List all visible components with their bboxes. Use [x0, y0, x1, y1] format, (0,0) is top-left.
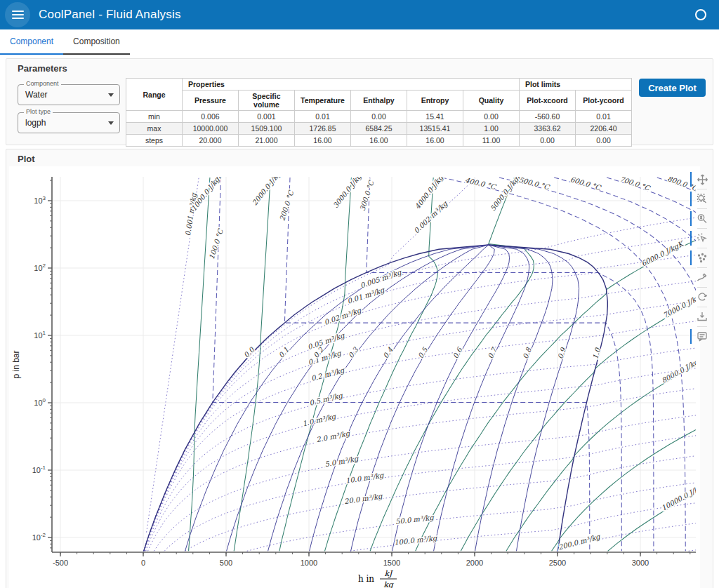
tab-bar: Component Composition	[0, 29, 719, 55]
active-tool-indicator	[690, 211, 692, 226]
table-cell[interactable]: 2206.40	[576, 123, 632, 135]
active-tool-indicator	[690, 250, 692, 265]
table-cell[interactable]: 10000.000	[183, 123, 239, 135]
parameters-title: Parameters	[18, 63, 67, 74]
table-cell[interactable]: 16.00	[407, 135, 463, 147]
table-cell[interactable]: 13515.41	[407, 123, 463, 135]
x-tick-label: 3000	[632, 559, 649, 567]
tab-component[interactable]: Component	[0, 29, 63, 55]
box-zoom-icon	[696, 193, 708, 205]
plot-title: Plot	[18, 154, 35, 164]
wheel-zoom-tool-button[interactable]	[694, 211, 710, 226]
component-select[interactable]: Component Water	[18, 84, 120, 105]
row-label: max	[126, 123, 183, 135]
table-column-header: Pressure	[183, 91, 239, 111]
row-label: min	[126, 111, 183, 123]
svg-text:kg: kg	[383, 580, 395, 588]
table-cell[interactable]: 1509.100	[239, 123, 295, 135]
pan-tool-button[interactable]	[694, 172, 710, 187]
toolbar-separator	[697, 228, 707, 229]
plot-card: Plot 0.001 m³/kg0.002 m³/kg0.005 m³/kg0.…	[6, 149, 713, 588]
table-column-header: Plot-xcoord	[520, 91, 576, 111]
table-group-header: Plot limits	[520, 79, 632, 91]
plot-type-select[interactable]: Plot type logph	[18, 112, 120, 133]
plot-type-select-value: logph	[25, 118, 46, 128]
hover-icon	[696, 330, 708, 342]
logph-diagram[interactable]: 0.001 m³/kg0.002 m³/kg0.005 m³/kg0.01 m³…	[9, 166, 700, 588]
svg-text:kJ: kJ	[384, 569, 393, 578]
box-zoom-tool-button[interactable]	[694, 192, 710, 206]
x-tick-label: 0	[141, 559, 145, 567]
active-tool-indicator	[690, 192, 692, 206]
table-row: max10000.0001509.1001726.856584.2513515.…	[126, 123, 632, 135]
x-tick-label: 1500	[383, 559, 400, 567]
table-cell[interactable]: 1726.85	[295, 123, 351, 135]
table-cell[interactable]: 0.00	[576, 135, 632, 147]
table-cell[interactable]: 20.000	[183, 135, 239, 147]
active-tool-indicator	[690, 329, 692, 344]
y-axis-title: p in bar	[11, 350, 21, 378]
table-cell[interactable]: 0.00	[520, 135, 576, 147]
active-tool-indicator	[690, 172, 692, 187]
component-select-label: Component	[24, 80, 61, 87]
tap-select-icon	[696, 232, 708, 244]
component-select-value: Water	[25, 90, 48, 100]
hamburger-menu-button[interactable]	[5, 2, 30, 27]
toolbar-separator	[697, 267, 707, 268]
table-row: min0.0060.0010.010.0015.410.00-560.600.0…	[126, 111, 632, 123]
table-cell[interactable]: 11.00	[463, 135, 520, 147]
tab-composition[interactable]: Composition	[63, 29, 130, 55]
table-cell[interactable]: 16.00	[351, 135, 407, 147]
wheel-zoom-icon	[696, 213, 708, 225]
x-tick-label: 2000	[466, 559, 483, 567]
table-column-header: Quality	[463, 91, 520, 111]
app-title: CoolPanel - Fluid Analysis	[39, 8, 181, 22]
table-row: steps20.00021.00016.0016.0016.0011.000.0…	[126, 135, 632, 147]
table-cell[interactable]: 21.000	[239, 135, 295, 147]
table-cell[interactable]: 0.00	[351, 111, 407, 123]
hover-tool-button[interactable]	[694, 329, 710, 344]
table-cell[interactable]: 15.41	[407, 111, 463, 123]
busy-indicator-icon	[695, 9, 706, 20]
table-cell[interactable]: 16.00	[295, 135, 351, 147]
table-cell[interactable]: -560.60	[520, 111, 576, 123]
x-tick-label: 2500	[549, 559, 566, 567]
table-column-header: Specific volume	[239, 91, 295, 111]
toolbar-separator	[697, 326, 707, 327]
pan-icon	[696, 173, 708, 185]
toolbar-separator	[697, 248, 707, 248]
table-column-header: Plot-ycoord	[576, 91, 632, 111]
freehand-draw-tool-button[interactable]	[694, 270, 710, 285]
x-tick-label: -500	[53, 559, 68, 567]
save-icon	[696, 311, 708, 323]
toolbar-separator	[697, 208, 707, 209]
table-cell[interactable]: 0.01	[295, 111, 351, 123]
table-cell[interactable]: 0.00	[463, 111, 520, 123]
table-cell[interactable]: 1.00	[463, 123, 520, 135]
table-column-header: Entropy	[407, 91, 463, 111]
toolbar-separator	[697, 307, 707, 307]
table-group-header: Properties	[183, 79, 520, 91]
table-cell[interactable]: 6584.25	[351, 123, 407, 135]
table-cell[interactable]: 0.01	[576, 111, 632, 123]
table-corner: Range	[126, 79, 183, 111]
chevron-down-icon	[108, 93, 114, 97]
tap-select-tool-button[interactable]	[694, 231, 710, 246]
table-cell[interactable]: 0.001	[239, 111, 295, 123]
create-plot-button[interactable]: Create Plot	[639, 79, 706, 97]
freehand-draw-icon	[696, 272, 708, 283]
row-label: steps	[126, 135, 183, 147]
table-cell[interactable]: 0.006	[183, 111, 239, 123]
reset-tool-button[interactable]	[694, 290, 710, 305]
parameters-card: Parameters Component Water Plot type log…	[6, 58, 713, 145]
active-tool-indicator	[690, 231, 692, 246]
lasso-select-tool-button[interactable]	[694, 250, 710, 265]
table-column-header: Enthalpy	[351, 91, 407, 111]
hamburger-icon	[12, 8, 24, 21]
x-tick-label: 1000	[301, 559, 317, 567]
table-cell[interactable]: 3363.62	[520, 123, 576, 135]
chevron-down-icon	[108, 121, 114, 125]
bokeh-toolbar	[693, 171, 711, 345]
save-tool-button[interactable]	[694, 309, 710, 324]
plot-type-select-label: Plot type	[24, 108, 53, 115]
